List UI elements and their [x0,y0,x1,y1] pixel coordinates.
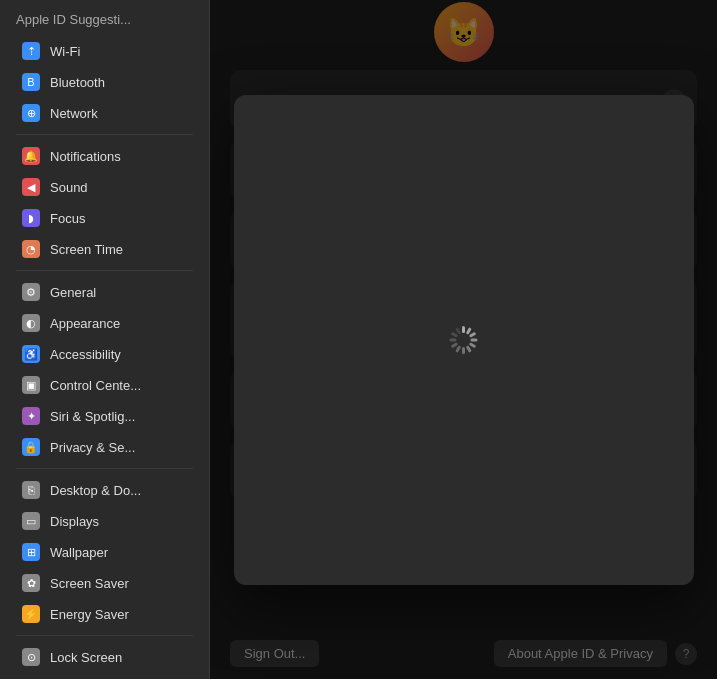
sidebar-item-displays[interactable]: ▭Displays [6,506,203,536]
sidebar-item-label-network: Network [50,106,98,121]
sidebar-item-label-bluetooth: Bluetooth [50,75,105,90]
sidebar-item-network[interactable]: ⊕Network [6,98,203,128]
appearance-icon: ◐ [22,314,40,332]
sidebar-item-privacy-security[interactable]: 🔒Privacy & Se... [6,432,203,462]
screen-saver-icon: ✿ [22,574,40,592]
focus-icon: ◗ [22,209,40,227]
sidebar-item-label-energy-saver: Energy Saver [50,607,129,622]
sidebar-divider-notifications [16,134,193,135]
modal-overlay [210,0,717,679]
sidebar-item-energy-saver[interactable]: ⚡Energy Saver [6,599,203,629]
displays-icon: ▭ [22,512,40,530]
control-center-icon: ▣ [22,376,40,394]
apple-id-suggestion: Apple ID Suggesti... [0,0,209,35]
sidebar-item-label-lock-screen: Lock Screen [50,650,122,665]
desktop-dock-icon: ⎘ [22,481,40,499]
sidebar-item-screen-saver[interactable]: ✿Screen Saver [6,568,203,598]
sidebar-item-label-notifications: Notifications [50,149,121,164]
sidebar-item-label-screen-time: Screen Time [50,242,123,257]
screen-time-icon: ◔ [22,240,40,258]
network-icon: ⊕ [22,104,40,122]
sidebar-item-label-screen-saver: Screen Saver [50,576,129,591]
main-content: 😺 › › › Set Up › › › [210,0,717,679]
sidebar-item-label-control-center: Control Cente... [50,378,141,393]
sidebar-item-label-wallpaper: Wallpaper [50,545,108,560]
sidebar-item-label-wifi: Wi-Fi [50,44,80,59]
sidebar-item-siri-spotlight[interactable]: ✦Siri & Spotlig... [6,401,203,431]
notifications-icon: 🔔 [22,147,40,165]
sidebar-item-appearance[interactable]: ◐Appearance [6,308,203,338]
sidebar-item-wallpaper[interactable]: ⊞Wallpaper [6,537,203,567]
sidebar-item-desktop-dock[interactable]: ⎘Desktop & Do... [6,475,203,505]
sidebar-item-label-sound: Sound [50,180,88,195]
sidebar-item-bluetooth[interactable]: BBluetooth [6,67,203,97]
bluetooth-icon: B [22,73,40,91]
privacy-security-icon: 🔒 [22,438,40,456]
sidebar-item-sound[interactable]: ◀Sound [6,172,203,202]
lock-screen-icon: ⊙ [22,648,40,666]
wallpaper-icon: ⊞ [22,543,40,561]
sidebar-item-focus[interactable]: ◗Focus [6,203,203,233]
sidebar-item-general[interactable]: ⚙General [6,277,203,307]
sidebar-item-label-accessibility: Accessibility [50,347,121,362]
accessibility-icon: ♿ [22,345,40,363]
sidebar-item-label-displays: Displays [50,514,99,529]
sidebar-item-label-privacy-security: Privacy & Se... [50,440,135,455]
sidebar-item-label-siri-spotlight: Siri & Spotlig... [50,409,135,424]
sidebar-item-control-center[interactable]: ▣Control Cente... [6,370,203,400]
sidebar-item-wifi[interactable]: ⇡Wi-Fi [6,36,203,66]
sidebar-item-label-appearance: Appearance [50,316,120,331]
sidebar-item-label-desktop-dock: Desktop & Do... [50,483,141,498]
sidebar-item-label-focus: Focus [50,211,85,226]
sidebar-item-label-general: General [50,285,96,300]
general-icon: ⚙ [22,283,40,301]
sidebar-item-notifications[interactable]: 🔔Notifications [6,141,203,171]
sidebar: Apple ID Suggesti... ⇡Wi-FiBBluetooth⊕Ne… [0,0,210,679]
sidebar-divider-desktop-dock [16,468,193,469]
sound-icon: ◀ [22,178,40,196]
loading-spinner [450,326,478,354]
sidebar-item-screen-time[interactable]: ◔Screen Time [6,234,203,264]
sidebar-divider-lock-screen [16,635,193,636]
sidebar-item-lock-screen[interactable]: ⊙Lock Screen [6,642,203,672]
loading-modal [234,95,694,585]
wifi-icon: ⇡ [22,42,40,60]
sidebar-divider-general [16,270,193,271]
energy-saver-icon: ⚡ [22,605,40,623]
siri-spotlight-icon: ✦ [22,407,40,425]
sidebar-item-accessibility[interactable]: ♿Accessibility [6,339,203,369]
